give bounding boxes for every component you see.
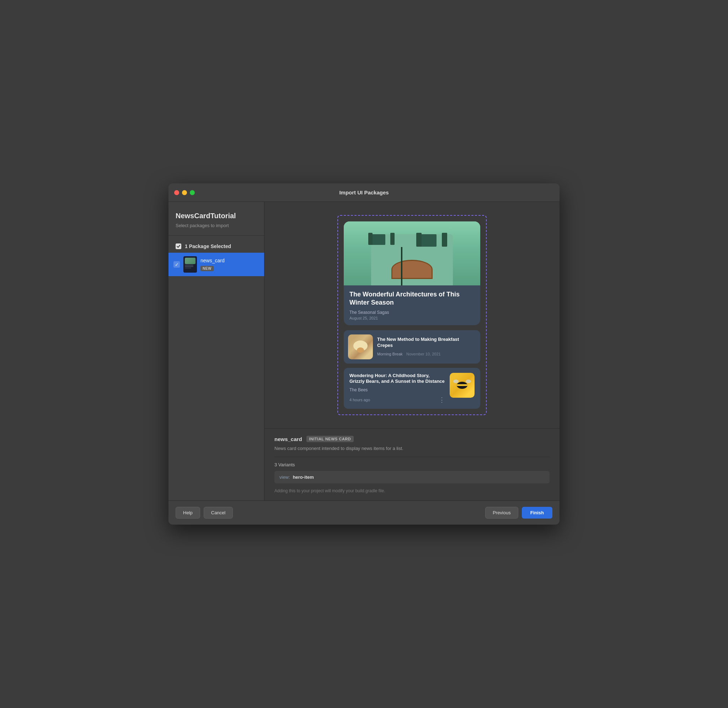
previous-button[interactable]: Previous xyxy=(485,507,518,519)
minimize-button[interactable] xyxy=(182,190,187,195)
info-variant-value: hero-item xyxy=(293,474,314,480)
maximize-button[interactable] xyxy=(190,190,195,195)
item-name: news_card xyxy=(200,258,259,263)
card-time: 4 hours ago xyxy=(349,398,370,402)
more-options-icon[interactable]: ⋮ xyxy=(439,396,445,404)
finish-button[interactable]: Finish xyxy=(522,507,553,519)
shutter-right xyxy=(442,233,447,247)
package-count: 1 Package Selected xyxy=(168,240,264,253)
card-source-horizontal: Morning Break xyxy=(377,352,403,356)
item-thumbnail xyxy=(183,256,197,273)
info-divider xyxy=(274,457,550,457)
bottom-right-actions: Previous Finish xyxy=(485,507,553,519)
main-content: NewsCardTutorial Select packages to impo… xyxy=(168,202,560,501)
bottom-left-actions: Help Cancel xyxy=(175,507,233,519)
card-thumb-food xyxy=(348,334,373,359)
bee-wing-right xyxy=(466,380,471,383)
info-panel: news_card INITIAL NEWS CARD News card co… xyxy=(264,428,560,501)
package-count-label: 1 Package Selected xyxy=(185,244,231,249)
help-button[interactable]: Help xyxy=(175,507,200,519)
window-element xyxy=(419,234,437,247)
preview-area: The Wonderful Architectures of This Wint… xyxy=(264,202,560,501)
info-note: Adding this to your project will modify … xyxy=(274,488,550,493)
bee-body xyxy=(457,382,467,389)
package-count-checkbox[interactable] xyxy=(175,244,181,249)
window-element-2 xyxy=(371,234,385,245)
info-badge: INITIAL NEWS CARD xyxy=(306,436,354,442)
shutter-3 xyxy=(368,233,373,245)
hero-content: The Wonderful Architectures of This Wint… xyxy=(344,286,480,325)
card-source-right: The Bees xyxy=(349,387,445,392)
card-hero: The Wonderful Architectures of This Wint… xyxy=(344,221,480,325)
hero-title: The Wonderful Architectures of This Wint… xyxy=(349,290,474,307)
thumb-bee-image xyxy=(450,373,474,398)
main-window: Import UI Packages NewsCardTutorial Sele… xyxy=(168,183,560,525)
hero-source: The Seasonal Sagas xyxy=(349,310,474,315)
card-date-horizontal: November 10, 2021 xyxy=(406,352,441,356)
card-title-horizontal: The New Method to Making Breakfast Crepe… xyxy=(377,337,476,349)
preview-container: The Wonderful Architectures of This Wint… xyxy=(264,202,560,428)
thumb-food-image xyxy=(348,334,373,359)
titlebar: Import UI Packages xyxy=(168,183,560,202)
card-text-horizontal: The New Method to Making Breakfast Crepe… xyxy=(377,337,476,357)
sidebar-item-news-card[interactable]: ✓ news_card NEW xyxy=(168,253,264,276)
info-package-name: news_card xyxy=(274,436,302,442)
sidebar-subtitle: Select packages to import xyxy=(168,223,264,235)
bee-wing-left xyxy=(453,380,458,383)
shutter-left xyxy=(416,233,422,247)
card-text-left: Wondering Hour: A Childhood Story, Grizz… xyxy=(349,373,445,404)
card-thumb-bee xyxy=(450,373,474,398)
card-horizontal: The New Method to Making Breakfast Crepe… xyxy=(344,330,480,364)
window-title: Import UI Packages xyxy=(339,189,389,196)
info-variant-label: view: xyxy=(279,474,290,480)
bottom-bar: Help Cancel Previous Finish xyxy=(168,501,560,525)
lamp-post xyxy=(401,247,402,286)
item-badge: NEW xyxy=(200,266,214,271)
titlebar-buttons xyxy=(174,190,195,195)
project-name: NewsCardTutorial xyxy=(168,202,264,223)
card-title-right: Wondering Hour: A Childhood Story, Grizz… xyxy=(349,373,445,385)
close-button[interactable] xyxy=(174,190,179,195)
sidebar-divider xyxy=(168,235,264,236)
card-footer: 4 hours ago ⋮ xyxy=(349,396,445,404)
info-description: News card component intended to display … xyxy=(274,446,550,451)
info-variants-title: 3 Variants xyxy=(274,462,550,467)
card-text-right: Wondering Hour: A Childhood Story, Grizz… xyxy=(344,368,480,409)
bee-stripe xyxy=(457,384,467,386)
sidebar: NewsCardTutorial Select packages to impo… xyxy=(168,202,264,501)
info-header: news_card INITIAL NEWS CARD xyxy=(274,436,550,442)
shutter-4 xyxy=(390,233,394,245)
item-info: news_card NEW xyxy=(200,258,259,271)
item-checkbox: ✓ xyxy=(174,261,180,268)
info-variant-box: view: hero-item xyxy=(274,471,550,483)
cancel-button[interactable]: Cancel xyxy=(204,507,233,519)
arch xyxy=(392,260,432,279)
building-background xyxy=(344,221,480,286)
hero-date: August 25, 2021 xyxy=(349,316,474,320)
preview-border: The Wonderful Architectures of This Wint… xyxy=(337,215,487,415)
hero-image xyxy=(344,221,480,286)
